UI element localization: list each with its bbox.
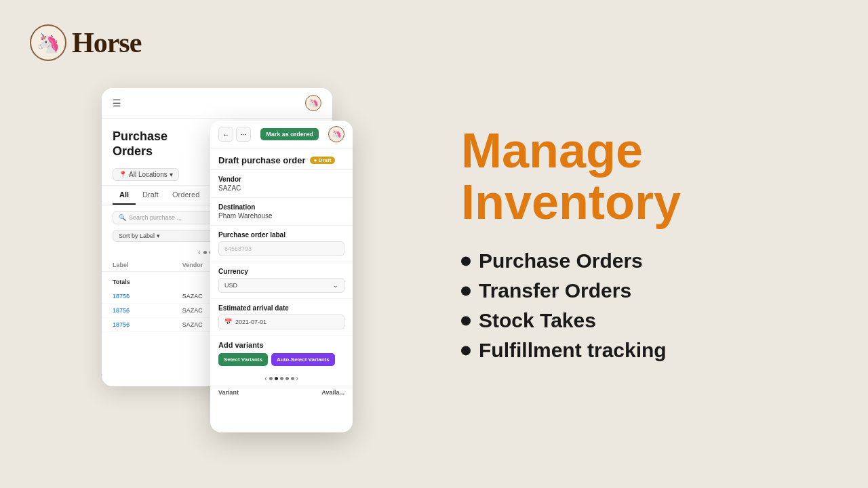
location-icon: 📍	[119, 171, 127, 178]
logo-text: Horse	[72, 26, 141, 59]
location-filter[interactable]: 📍 All Locations ▾	[113, 168, 179, 181]
main-heading: Manage Inventory	[461, 125, 814, 228]
tab-ordered[interactable]: Ordered	[165, 186, 206, 205]
vendor-section: Vendor SAZAC	[210, 170, 353, 198]
page-dot-active	[275, 377, 278, 380]
more-options-button[interactable]: ···	[236, 127, 251, 142]
page-dot	[269, 377, 273, 380]
col-label: Label	[113, 262, 182, 268]
next-variants-button[interactable]: ›	[296, 375, 298, 382]
variant-buttons: Select Variants Auto-Select Variants	[218, 353, 344, 366]
po-label-section: Purchase order labal 64568793	[210, 226, 353, 262]
variants-table-header: Variant Availa...	[210, 386, 353, 399]
mockup-container: ☰ 🦄 PurchaseOrders Create purchase order…	[102, 88, 387, 413]
page-dot	[280, 377, 283, 380]
chevron-down-icon: ▾	[170, 171, 173, 178]
currency-section: Currency USD ⌄	[210, 262, 353, 299]
page-dot	[203, 251, 207, 254]
draft-order-card: ← ··· Mark as ordered 🦄 Draft purchase o…	[210, 121, 353, 432]
horse-logo-small: 🦄	[305, 95, 321, 111]
horse-logo-small: 🦄	[328, 126, 344, 142]
topbar: ☰ 🦄	[102, 88, 332, 119]
front-topbar: ← ··· Mark as ordered 🦄	[210, 121, 353, 148]
search-icon: 🔍	[119, 214, 126, 221]
variants-pagination: ‹ ›	[210, 371, 353, 386]
bullet-icon	[461, 346, 471, 356]
destination-section: Destination Pham Warehouse	[210, 198, 353, 226]
mark-ordered-button[interactable]: Mark as ordered	[260, 128, 319, 140]
estimated-date-section: Estimated arrival date 📅 2021-07-01	[210, 299, 353, 336]
hamburger-icon[interactable]: ☰	[113, 98, 121, 108]
date-input[interactable]: 📅 2021-07-01	[218, 314, 344, 329]
add-variants-section: Add variants Select Variants Auto-Select…	[210, 336, 353, 371]
currency-select[interactable]: USD ⌄	[218, 278, 344, 293]
topbar-actions: ← ···	[218, 127, 251, 142]
feature-item-transfer-orders: Transfer Orders	[461, 280, 814, 303]
right-content: Manage Inventory Purchase Orders Transfe…	[461, 125, 814, 362]
page-dot	[285, 377, 289, 380]
back-button[interactable]: ←	[218, 127, 233, 142]
feature-item-purchase-orders: Purchase Orders	[461, 250, 814, 273]
logo-icon: 🦄	[30, 24, 66, 61]
tab-all[interactable]: All	[113, 186, 136, 205]
po-title: PurchaseOrders	[113, 129, 167, 159]
auto-select-variants-button[interactable]: Auto-Select Variants	[271, 353, 335, 366]
tab-draft[interactable]: Draft	[136, 186, 165, 205]
chevron-down-icon: ▾	[157, 232, 160, 239]
calendar-icon: 📅	[224, 319, 232, 325]
chevron-down-icon: ⌄	[333, 282, 338, 289]
feature-list: Purchase Orders Transfer Orders Stock Ta…	[461, 250, 814, 363]
bullet-icon	[461, 257, 471, 266]
page-dot	[291, 377, 294, 380]
draft-header: Draft purchase order ● Draft	[210, 148, 353, 170]
prev-page-button[interactable]: ‹	[198, 249, 200, 256]
bullet-icon	[461, 287, 471, 296]
prev-variants-button[interactable]: ‹	[264, 375, 267, 382]
po-label-input[interactable]: 64568793	[218, 241, 344, 256]
feature-item-fulfillment-tracking: Fulfillment tracking	[461, 340, 814, 363]
logo-area: 🦄 Horse	[30, 24, 141, 61]
select-variants-button[interactable]: Select Variants	[218, 353, 268, 366]
feature-item-stock-takes: Stock Takes	[461, 310, 814, 333]
bullet-icon	[461, 317, 471, 326]
